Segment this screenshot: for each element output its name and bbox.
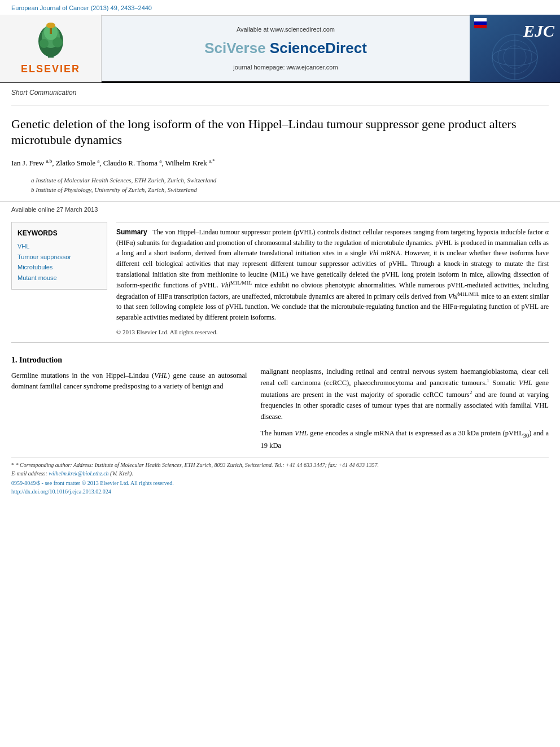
intro-right-col: malignant neoplasms, including retinal a… [261,348,549,451]
journal-pages: 2433–2440 [121,5,152,11]
elsevier-tree-icon [23,20,79,59]
author-smole-sup: a [97,158,99,164]
svg-point-3 [40,39,49,48]
elsevier-flag-icon [474,18,487,32]
elsevier-logo: ELSEVIER [0,15,102,82]
footnote-star: * * Corresponding author: Address: Insti… [11,461,549,469]
journal-volume: 49 [111,5,117,11]
abstract-section: Summary The von Hippel–Lindau tumour sup… [116,222,549,337]
author-frew-sup: a,b [46,158,52,164]
ejc-logo: EJC [470,15,560,82]
intro-left-col: 1. Introduction Germline mutations in th… [11,348,247,451]
copyright-text: © 2013 Elsevier Ltd. All rights reserved… [116,327,549,337]
sciverse-banner: Available at www.sciencedirect.com SciVe… [102,16,470,81]
content-divider [11,342,549,343]
email-link[interactable]: wilhelm.krek@biol.ethz.ch [49,470,108,477]
summary-label: Summary [116,228,147,236]
article-title: Genetic deletion of the long isoform of … [0,112,560,154]
elsevier-wordmark: ELSEVIER [21,62,80,77]
svg-rect-17 [474,18,487,21]
title-divider [11,106,549,106]
intro-heading: 1. Introduction [11,354,247,366]
doi-area: 0959-8049/$ - see front matter © 2013 El… [0,478,560,497]
email-label-text: E-mail address: [11,470,47,477]
affiliation-a: a Institute of Molecular Health Sciences… [31,176,549,186]
issn-text: 0959-8049/$ - see front matter © 2013 El… [11,480,174,486]
main-content: KEYWORDS VHL Tumour suppressor Microtubu… [0,222,560,337]
footnote-corresponding: * Corresponding author: Address: Institu… [16,462,379,468]
svg-rect-18 [474,21,487,25]
introduction-section: 1. Introduction Germline mutations in th… [0,348,560,451]
author-thoma-sup: a [159,158,161,164]
intro-left-text: Germline mutations in the von Hippel–Lin… [11,370,247,392]
keyword-vhl: VHL [18,242,101,251]
ejc-text: EJC [523,18,554,43]
svg-point-7 [46,23,55,28]
footnote-star-symbol: * [11,462,16,468]
affiliations: a Institute of Molecular Health Sciences… [0,172,560,198]
keyword-tumour: Tumour suppressor [18,252,101,262]
footnote-email: E-mail address: wilhelm.krek@biol.ethz.c… [11,469,549,478]
intro-right-text2: The human VHL gene encodes a single mRNA… [261,428,549,451]
header-banner: ELSEVIER Available at www.sciencedirect.… [0,15,560,83]
author-krek: Wilhelm Krek [165,159,207,167]
keywords-box: KEYWORDS VHL Tumour suppressor Microtubu… [11,222,107,290]
authors-line: Ian J. Frew a,b, Zlatko Smole a, Claudio… [0,154,560,172]
available-online: Available online 27 March 2013 [0,201,560,218]
journal-citation: European Journal of Cancer (2013) 49, 24… [0,0,560,15]
section-label: Short Communication [0,83,560,100]
sciverse-logo: SciVerse ScienceDirect [204,37,367,59]
affiliation-b: b Institute of Physiology, University of… [31,185,549,195]
svg-rect-19 [474,25,487,28]
keyword-mutant: Mutant mouse [18,273,101,283]
footnote-area: * * Corresponding author: Address: Insti… [11,457,549,478]
keyword-microtubules: Microtubules [18,263,101,272]
footnote-email-label: E-mail address: wilhelm.krek@biol.ethz.c… [11,470,133,477]
available-at-text: Available at www.sciencedirect.com [237,25,335,34]
intro-right-text1: malignant neoplasms, including retinal a… [261,366,549,422]
summary-text: Summary The von Hippel–Lindau tumour sup… [116,227,549,322]
author-thoma: Claudio R. Thoma [103,159,158,167]
author-krek-sup: a,* [209,158,215,164]
journal-homepage: journal homepage: www.ejcancer.com [233,63,338,72]
journal-name: European Journal of Cancer [11,5,89,11]
email-suffix: (W. Krek). [110,470,133,477]
author-frew: Ian J. Frew [11,159,44,167]
doi-link[interactable]: http://dx.doi.org/10.1016/j.ejca.2013.02… [11,488,111,495]
journal-year: 2013 [93,5,106,11]
keywords-title: KEYWORDS [18,228,101,238]
author-smole: Zlatko Smole [56,159,95,167]
